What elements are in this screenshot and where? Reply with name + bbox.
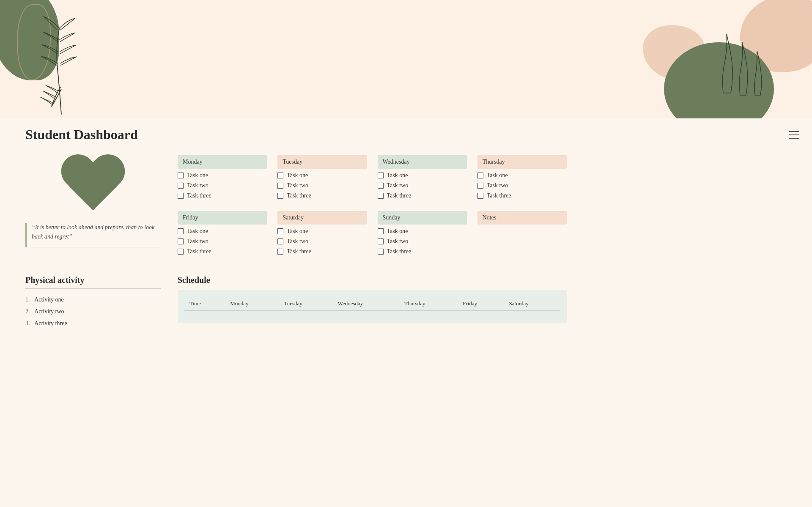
day-column-saturday: Saturday Task one Task two Task three — [277, 211, 367, 258]
task-item: Task two — [178, 182, 267, 189]
task-label: Task two — [287, 182, 308, 189]
day-column-tuesday: Tuesday Task one Task two Task three — [277, 155, 367, 203]
header-banner — [0, 0, 812, 118]
task-item: Task one — [277, 172, 367, 179]
task-item: Task three — [277, 192, 367, 199]
task-label: Task two — [187, 182, 208, 189]
day-column-wednesday: Wednesday Task one Task two Task three — [378, 155, 467, 203]
col-header-friday: Friday — [458, 297, 504, 311]
task-checkbox[interactable] — [277, 238, 283, 244]
activity-list: 1. Activity one 2. Activity two 3. Activ… — [25, 294, 161, 329]
task-item: Task one — [178, 228, 267, 235]
task-label: Task one — [187, 172, 208, 179]
tasks-grid: Monday Task one Task two Task three — [178, 155, 567, 258]
menu-line-3 — [789, 138, 799, 139]
menu-button[interactable] — [789, 131, 799, 139]
task-checkbox[interactable] — [477, 193, 483, 199]
task-item: Task three — [477, 192, 567, 199]
table-cell — [504, 311, 560, 316]
task-label: Task three — [387, 248, 411, 255]
physical-activity-panel: Physical activity 1. Activity one 2. Act… — [25, 275, 161, 329]
task-checkbox[interactable] — [178, 238, 184, 244]
schedule-panel: Schedule Time Monday Tuesday Wednesday T… — [178, 275, 567, 329]
col-header-time: Time — [184, 297, 225, 311]
task-label: Task one — [187, 228, 208, 235]
task-checkbox[interactable] — [277, 173, 283, 178]
day-header-tuesday: Tuesday — [277, 155, 367, 169]
task-item: Task three — [178, 248, 267, 255]
table-cell — [184, 311, 225, 316]
task-checkbox[interactable] — [178, 228, 184, 234]
task-label: Task one — [387, 228, 408, 235]
task-checkbox[interactable] — [378, 173, 384, 178]
day-column-monday: Monday Task one Task two Task three — [178, 155, 267, 203]
task-checkbox[interactable] — [178, 193, 184, 199]
bottom-section: Physical activity 1. Activity one 2. Act… — [25, 275, 567, 329]
task-checkbox[interactable] — [178, 173, 184, 178]
task-label: Task one — [387, 172, 408, 179]
task-label: Task two — [387, 238, 409, 245]
task-item: Task two — [277, 238, 367, 245]
task-checkbox[interactable] — [378, 238, 384, 244]
schedule-title: Schedule — [178, 275, 567, 285]
col-header-wednesday: Wednesday — [333, 297, 400, 311]
task-checkbox[interactable] — [378, 193, 384, 199]
day-column-thursday: Thursday Task one Task two Task three — [477, 155, 567, 203]
activity-number: 1. — [25, 296, 30, 303]
task-checkbox[interactable] — [378, 249, 384, 255]
task-item: Task one — [178, 172, 267, 179]
task-checkbox[interactable] — [178, 183, 184, 189]
heart-decoration — [25, 155, 161, 214]
table-cell — [399, 311, 458, 316]
task-item: Task three — [378, 192, 467, 199]
botanical-right-illustration — [702, 17, 770, 103]
col-header-thursday: Thursday — [399, 297, 458, 311]
list-item: 3. Activity three — [25, 318, 161, 329]
list-item: 2. Activity two — [25, 306, 161, 318]
task-item: Task two — [477, 182, 567, 189]
task-checkbox[interactable] — [277, 193, 283, 199]
task-checkbox[interactable] — [378, 228, 384, 234]
task-label: Task one — [487, 172, 508, 179]
schedule-table: Time Monday Tuesday Wednesday Thursday F… — [184, 297, 560, 316]
notes-header: Notes — [477, 211, 567, 225]
task-checkbox[interactable] — [277, 249, 283, 255]
left-panel: “It is better to look ahead and prepare,… — [25, 155, 161, 247]
table-cell — [225, 311, 279, 316]
task-item: Task three — [178, 192, 267, 199]
task-item: Task two — [378, 182, 467, 189]
quote-block: “It is better to look ahead and prepare,… — [25, 223, 161, 247]
table-cell — [279, 311, 332, 316]
heart-icon — [59, 155, 127, 214]
task-checkbox[interactable] — [477, 173, 483, 178]
task-label: Task three — [387, 192, 411, 199]
day-column-sunday: Sunday Task one Task two Task three — [378, 211, 467, 258]
day-column-friday: Friday Task one Task two Task three — [178, 211, 267, 258]
task-label: Task two — [487, 182, 508, 189]
task-checkbox[interactable] — [277, 183, 283, 189]
task-item: Task one — [378, 228, 467, 235]
table-row — [184, 311, 560, 316]
task-label: Task one — [287, 228, 308, 235]
task-label: Task three — [287, 248, 311, 255]
dashboard-layout: “It is better to look ahead and prepare,… — [25, 155, 567, 258]
page-title: Student Dashboard — [25, 127, 567, 143]
task-item: Task one — [378, 172, 467, 179]
day-header-friday: Friday — [178, 211, 267, 225]
activity-number: 3. — [25, 320, 30, 326]
task-checkbox[interactable] — [277, 228, 283, 234]
task-item: Task two — [277, 182, 367, 189]
main-content: Student Dashboard “It is better to look … — [0, 118, 592, 346]
task-label: Task two — [287, 238, 308, 245]
task-item: Task one — [277, 228, 367, 235]
col-header-tuesday: Tuesday — [279, 297, 332, 311]
schedule-table-wrapper: Time Monday Tuesday Wednesday Thursday F… — [178, 290, 567, 323]
task-checkbox[interactable] — [477, 183, 483, 189]
task-label: Task one — [287, 172, 308, 179]
day-header-monday: Monday — [178, 155, 267, 169]
task-checkbox[interactable] — [178, 249, 184, 255]
tasks-panel: Monday Task one Task two Task three — [178, 155, 567, 258]
col-header-saturday: Saturday — [504, 297, 560, 311]
physical-activity-title: Physical activity — [25, 275, 161, 289]
task-checkbox[interactable] — [378, 183, 384, 189]
